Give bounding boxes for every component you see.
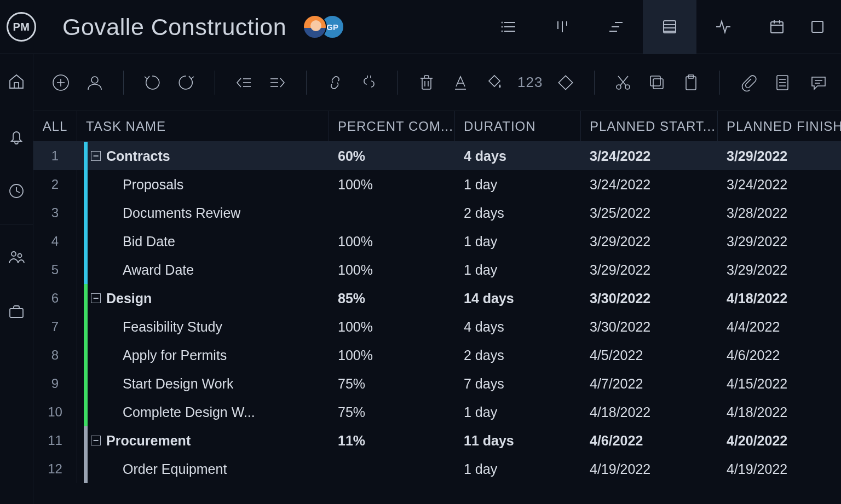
row-number[interactable]: 1	[33, 142, 77, 170]
outdent-icon[interactable]	[233, 72, 255, 94]
cell-start[interactable]: 3/30/2022	[581, 284, 718, 312]
cell-finish[interactable]: 4/20/2022	[718, 426, 841, 455]
task-name-cell[interactable]: Start Design Work	[77, 369, 329, 398]
cell-start[interactable]: 3/25/2022	[581, 199, 718, 227]
task-row[interactable]: 8Apply for Permits100%2 days4/5/20224/6/…	[33, 341, 841, 369]
view-calendar-icon[interactable]	[750, 0, 804, 54]
cell-finish[interactable]: 4/4/2022	[718, 312, 841, 341]
attachment-icon[interactable]	[738, 72, 759, 94]
cell-percent[interactable]	[329, 455, 455, 483]
view-board-icon[interactable]	[535, 0, 589, 54]
view-list-icon[interactable]	[482, 0, 535, 54]
cell-duration[interactable]: 14 days	[455, 284, 581, 312]
task-row[interactable]: 7Feasibility Study100%4 days3/30/20224/4…	[33, 312, 841, 341]
row-number[interactable]: 4	[33, 227, 77, 256]
cell-percent[interactable]: 11%	[329, 426, 455, 455]
cell-duration[interactable]: 4 days	[455, 142, 581, 170]
task-name-cell[interactable]: Proposals	[77, 170, 329, 199]
collapse-icon[interactable]: −	[91, 151, 101, 161]
cell-start[interactable]: 4/19/2022	[581, 455, 718, 483]
paste-icon[interactable]	[680, 72, 702, 94]
cell-duration[interactable]: 1 day	[455, 455, 581, 483]
view-gantt-icon[interactable]	[589, 0, 643, 54]
task-name-cell[interactable]: Award Date	[77, 256, 329, 284]
task-row[interactable]: 4Bid Date100%1 day3/29/20223/29/2022	[33, 227, 841, 256]
cell-duration[interactable]: 1 day	[455, 170, 581, 199]
cell-finish[interactable]: 3/29/2022	[718, 227, 841, 256]
task-name-cell[interactable]: Bid Date	[77, 227, 329, 256]
cell-duration[interactable]: 7 days	[455, 369, 581, 398]
task-row[interactable]: 10Complete Design W...75%1 day4/18/20224…	[33, 398, 841, 426]
row-number[interactable]: 2	[33, 170, 77, 199]
task-name-cell[interactable]: −Contracts	[77, 142, 329, 170]
text-style-icon[interactable]	[450, 72, 471, 94]
cell-finish[interactable]: 4/6/2022	[718, 341, 841, 369]
avatar-user-icon[interactable]	[303, 15, 327, 39]
task-name-cell[interactable]: Feasibility Study	[77, 312, 329, 341]
col-header-percent[interactable]: PERCENT COM...	[329, 111, 455, 142]
row-number[interactable]: 10	[33, 398, 77, 426]
cell-start[interactable]: 4/7/2022	[581, 369, 718, 398]
task-row[interactable]: 2Proposals100%1 day3/24/20223/24/2022	[33, 170, 841, 199]
redo-icon[interactable]	[175, 72, 197, 94]
cell-finish[interactable]: 4/18/2022	[718, 284, 841, 312]
cell-duration[interactable]: 11 days	[455, 426, 581, 455]
row-number[interactable]: 6	[33, 284, 77, 312]
copy-icon[interactable]	[646, 72, 668, 94]
row-number[interactable]: 12	[33, 455, 77, 483]
cell-finish[interactable]: 4/19/2022	[718, 455, 841, 483]
view-more-icon[interactable]	[804, 0, 831, 54]
cut-icon[interactable]	[612, 72, 634, 94]
collapse-icon[interactable]: −	[91, 436, 101, 445]
cell-percent[interactable]: 75%	[329, 398, 455, 426]
cell-finish[interactable]: 3/28/2022	[718, 199, 841, 227]
avatar-stack[interactable]: GP	[303, 15, 344, 39]
notes-icon[interactable]	[771, 72, 793, 94]
cell-start[interactable]: 4/6/2022	[581, 426, 718, 455]
cell-duration[interactable]: 1 day	[455, 256, 581, 284]
assign-user-icon[interactable]	[84, 72, 106, 94]
sidebar-portfolio-icon[interactable]	[5, 301, 27, 323]
cell-percent[interactable]: 85%	[329, 284, 455, 312]
cell-start[interactable]: 4/5/2022	[581, 341, 718, 369]
task-name-cell[interactable]: Order Equipment	[77, 455, 329, 483]
cell-percent[interactable]: 100%	[329, 341, 455, 369]
milestone-icon[interactable]	[555, 72, 577, 94]
cell-start[interactable]: 3/24/2022	[581, 170, 718, 199]
cell-finish[interactable]: 3/29/2022	[718, 256, 841, 284]
app-logo[interactable]: PM	[7, 12, 36, 42]
collapse-icon[interactable]: −	[91, 293, 101, 303]
task-name-cell[interactable]: Complete Design W...	[77, 398, 329, 426]
cell-percent[interactable]: 100%	[329, 227, 455, 256]
task-row[interactable]: 5Award Date100%1 day3/29/20223/29/2022	[33, 256, 841, 284]
cell-percent[interactable]: 100%	[329, 170, 455, 199]
sidebar-team-icon[interactable]	[5, 246, 27, 268]
task-name-cell[interactable]: −Procurement	[77, 426, 329, 455]
row-number[interactable]: 5	[33, 256, 77, 284]
sidebar-notifications-icon[interactable]	[5, 125, 27, 147]
cell-finish[interactable]: 3/24/2022	[718, 170, 841, 199]
link-icon[interactable]	[324, 72, 346, 94]
cell-percent[interactable]: 100%	[329, 312, 455, 341]
task-row[interactable]: 11−Procurement11%11 days4/6/20224/20/202…	[33, 426, 841, 455]
cell-duration[interactable]: 1 day	[455, 398, 581, 426]
col-header-taskname[interactable]: TASK NAME	[77, 111, 329, 142]
col-header-planned-finish[interactable]: PLANNED FINISH	[718, 111, 841, 142]
view-sheet-icon[interactable]	[643, 0, 696, 54]
comment-icon[interactable]	[805, 72, 832, 94]
task-name-cell[interactable]: Apply for Permits	[77, 341, 329, 369]
cell-start[interactable]: 3/30/2022	[581, 312, 718, 341]
cell-start[interactable]: 4/18/2022	[581, 398, 718, 426]
task-name-cell[interactable]: Documents Review	[77, 199, 329, 227]
cell-start[interactable]: 3/24/2022	[581, 142, 718, 170]
sidebar-home-icon[interactable]	[5, 71, 27, 92]
task-row[interactable]: 12Order Equipment1 day4/19/20224/19/2022	[33, 455, 841, 483]
add-task-icon[interactable]	[50, 72, 72, 94]
cell-finish[interactable]: 4/18/2022	[718, 398, 841, 426]
task-row[interactable]: 6−Design85%14 days3/30/20224/18/2022	[33, 284, 841, 312]
row-number[interactable]: 7	[33, 312, 77, 341]
row-number[interactable]: 9	[33, 369, 77, 398]
row-number[interactable]: 3	[33, 199, 77, 227]
undo-icon[interactable]	[141, 72, 163, 94]
col-header-all[interactable]: ALL	[33, 111, 77, 142]
